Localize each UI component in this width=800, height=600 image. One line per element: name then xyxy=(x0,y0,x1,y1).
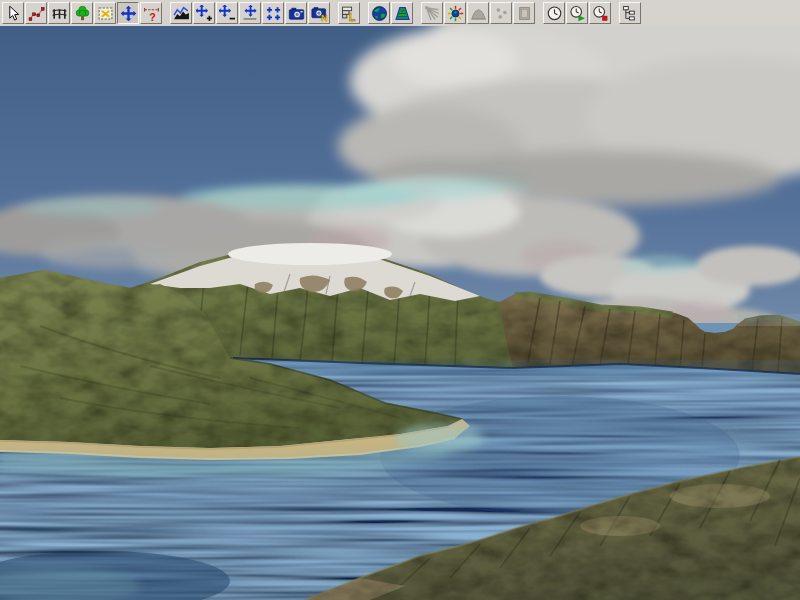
zoom-out-tool-button[interactable] xyxy=(216,2,238,24)
dots-icon xyxy=(493,5,510,22)
fly-through-tool-button xyxy=(421,2,443,24)
animation-start-tool-button[interactable] xyxy=(566,2,588,24)
region-select-tool-button[interactable] xyxy=(94,2,116,24)
query-distance-tool-button[interactable]: ? xyxy=(140,2,162,24)
fine-move-tool-button[interactable] xyxy=(262,2,284,24)
camera-icon xyxy=(288,5,305,22)
svg-text:?: ? xyxy=(149,10,155,21)
elevation-profile-tool-button[interactable] xyxy=(170,2,192,24)
fence-diagram-tool-button[interactable] xyxy=(48,2,70,24)
globe-view-tool-button[interactable] xyxy=(368,2,390,24)
dome-icon xyxy=(470,5,487,22)
pan-tool-button[interactable] xyxy=(117,2,139,24)
terrain-3d-viewport[interactable] xyxy=(0,26,800,600)
door-icon xyxy=(516,5,533,22)
exit-view-tool-button xyxy=(513,2,535,24)
zoom-in-tool-button[interactable] xyxy=(193,2,215,24)
point-display-tool-button xyxy=(490,2,512,24)
app-window: ?NL xyxy=(0,0,800,600)
terrain-view-tool-button[interactable] xyxy=(391,2,413,24)
vegetation-tool-button[interactable] xyxy=(71,2,93,24)
elevation-legend-tool-button[interactable]: L xyxy=(338,2,360,24)
move-cross-icon xyxy=(120,5,137,22)
baseline-zoom-tool-button[interactable] xyxy=(239,2,261,24)
clock-play-icon xyxy=(569,5,586,22)
globe-icon xyxy=(371,5,388,22)
elevation-profile-icon xyxy=(173,5,190,22)
legend-el-icon: L xyxy=(341,5,358,22)
select-tool-button[interactable] xyxy=(2,2,24,24)
clock-stop-icon xyxy=(592,5,609,22)
dome-view-tool-button xyxy=(467,2,489,24)
svg-text:L: L xyxy=(348,10,355,21)
sun-position-tool-button[interactable] xyxy=(444,2,466,24)
ray-fan-icon xyxy=(424,5,441,22)
move-cross-plus-icon xyxy=(196,5,213,22)
cursor-arrow-icon xyxy=(5,5,22,22)
snapshot-tool-button[interactable] xyxy=(285,2,307,24)
atmospheric-haze xyxy=(738,314,800,326)
globe-rays-icon xyxy=(447,5,464,22)
tree-icon xyxy=(74,5,91,22)
tree-list-icon xyxy=(622,5,639,22)
terrain-scene xyxy=(0,26,800,600)
layer-manager-tool-button[interactable] xyxy=(619,2,641,24)
measure-path-tool-button[interactable] xyxy=(25,2,47,24)
four-crosses-icon xyxy=(265,5,282,22)
time-tool-button[interactable] xyxy=(543,2,565,24)
dashed-box-x-icon xyxy=(97,5,114,22)
move-cross-baseline-icon xyxy=(242,5,259,22)
path-nodes-icon xyxy=(28,5,45,22)
camera-n-icon: N xyxy=(311,5,328,22)
move-cross-minus-icon xyxy=(219,5,236,22)
terrain-mesa-icon xyxy=(394,5,411,22)
clock-icon xyxy=(546,5,563,22)
animation-stop-tool-button[interactable] xyxy=(589,2,611,24)
snapshot-north-tool-button[interactable]: N xyxy=(308,2,330,24)
toolbar: ?NL xyxy=(0,0,800,26)
svg-text:N: N xyxy=(320,13,327,22)
fence-icon xyxy=(51,5,68,22)
measure-question-icon: ? xyxy=(143,5,160,22)
